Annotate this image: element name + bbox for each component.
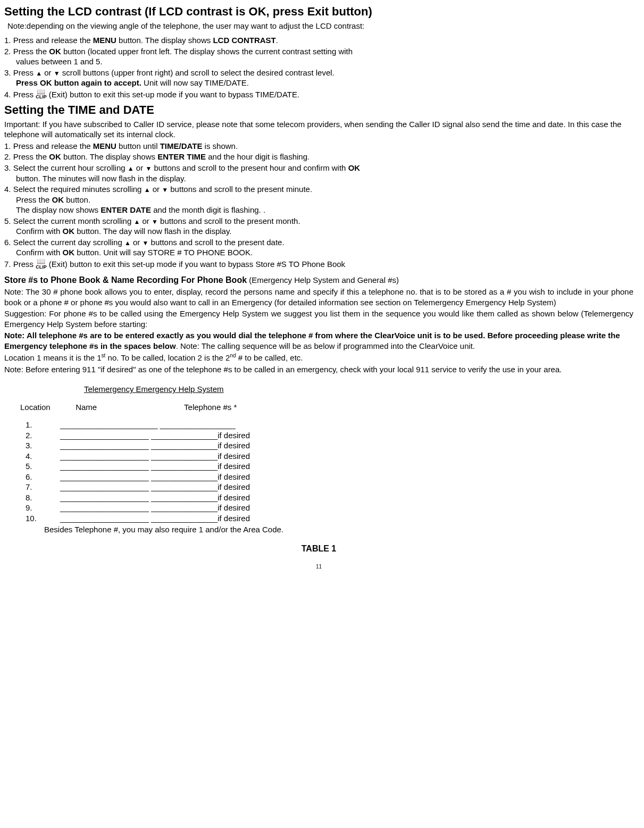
text-fragment: 3. Select the current hour scrolling bbox=[4, 163, 128, 172]
page-number: 11 bbox=[4, 563, 633, 570]
table-title: Telemergency Emergency Help System bbox=[84, 384, 224, 395]
row-number: 2. bbox=[26, 430, 60, 441]
text-fragment: buttons and scroll to the present month. bbox=[158, 216, 300, 225]
section-heading: Setting the LCD contrast (If LCD contras… bbox=[4, 4, 633, 20]
superscript: nd bbox=[230, 353, 236, 358]
text-fragment: Confirm with bbox=[16, 248, 63, 257]
text-fragment: 2. Press the bbox=[4, 47, 49, 56]
text-fragment: no. To be called, location 2 is the 2 bbox=[105, 353, 230, 362]
table-row: 4.____________________ _______________if… bbox=[26, 451, 633, 462]
row-number: 4. bbox=[26, 451, 60, 462]
text-fragment: and the hour digit is flashing. bbox=[206, 152, 310, 161]
text-fragment: button. The display shows bbox=[61, 152, 158, 161]
clip-exit-icon: 📖CLIP bbox=[36, 258, 47, 270]
row-number: 5. bbox=[26, 461, 60, 472]
text-bold: MENU bbox=[93, 141, 116, 150]
triangle-down-icon: ▼ bbox=[54, 70, 60, 77]
row-content: ____________________ _______________if d… bbox=[60, 462, 250, 471]
text-fragment: 6. Select the current day scrolling bbox=[4, 238, 124, 247]
list-item: 2. Press the OK button (located upper fr… bbox=[4, 46, 633, 67]
paragraph-text: Note: The 30 # phone book allows you to … bbox=[4, 287, 633, 307]
text-fragment: is shown. bbox=[202, 141, 238, 150]
section-heading: Setting the TIME and DATE bbox=[4, 103, 633, 118]
note-text: Note:depending on the viewing angle of t… bbox=[7, 21, 633, 31]
triangle-down-icon: ▼ bbox=[152, 218, 158, 225]
text-bold: Book bbox=[225, 275, 247, 285]
text-fragment: 4. Select the required minutes scrolling bbox=[4, 185, 144, 194]
text-fragment: # to be called, etc. bbox=[236, 353, 303, 362]
row-content: ____________________ _______________if d… bbox=[60, 493, 250, 502]
table-row: 6.____________________ _______________if… bbox=[26, 472, 633, 482]
row-number: 9. bbox=[26, 503, 60, 513]
text-fragment: (Exit) button to exit this set-up mode i… bbox=[47, 90, 299, 99]
list-item: 6. Select the current day scrolling ▲ or… bbox=[4, 237, 633, 258]
table-footnote: Besides Telephone #, you may also requir… bbox=[44, 524, 633, 535]
text-bold: Press OK button again to accept. bbox=[16, 78, 141, 87]
row-number: 3. bbox=[26, 440, 60, 451]
text-bold: TIME/DATE bbox=[160, 141, 203, 150]
row-content: ____________________ _______________if d… bbox=[60, 431, 250, 440]
table-body: 1.______________________ _______________… bbox=[26, 420, 633, 523]
triangle-down-icon: ▼ bbox=[143, 239, 149, 247]
text-fragment: (Emergency Help System and General #s) bbox=[247, 275, 399, 285]
triangle-up-icon: ▲ bbox=[128, 165, 134, 172]
triangle-down-icon: ▼ bbox=[145, 165, 152, 172]
text-fragment: buttons and scroll to the present date. bbox=[148, 238, 284, 247]
text-fragment: Unit will now say TIME/DATE. bbox=[141, 78, 249, 87]
text-bold: OK bbox=[348, 163, 361, 172]
clip-label: CLIP bbox=[36, 95, 47, 99]
text-fragment: or bbox=[150, 185, 162, 194]
triangle-up-icon: ▲ bbox=[133, 218, 140, 225]
row-number: 7. bbox=[26, 482, 60, 492]
row-number: 6. bbox=[26, 472, 60, 482]
text-fragment: button until bbox=[116, 141, 160, 150]
text-fragment: button. The day will now flash in the di… bbox=[74, 227, 231, 236]
list-item: 1. Press and release the MENU button unt… bbox=[4, 141, 633, 152]
text-fragment: The display now shows bbox=[16, 205, 101, 214]
lcd-steps: 1. Press and release the MENU button. Th… bbox=[4, 35, 633, 99]
text-fragment: 7. Press bbox=[4, 260, 36, 269]
paragraph-text: Important: If you have subscribed to Cal… bbox=[4, 119, 633, 140]
text-fragment: (Exit) button to exit this set-up mode i… bbox=[47, 260, 345, 269]
triangle-up-icon: ▲ bbox=[124, 239, 131, 247]
row-content: ____________________ _______________if d… bbox=[60, 514, 250, 523]
text-fragment: scroll buttons (upper front right) and s… bbox=[60, 68, 334, 77]
list-item: 4. Select the required minutes scrolling… bbox=[4, 184, 633, 215]
text-fragment: or bbox=[131, 238, 143, 247]
text-fragment: buttons and scroll to the present minute… bbox=[168, 185, 312, 194]
triangle-down-icon: ▼ bbox=[162, 186, 168, 194]
text-bold: LCD CONTRAST bbox=[213, 36, 275, 45]
row-number: 10. bbox=[26, 513, 60, 524]
text-fragment: or bbox=[134, 163, 146, 172]
table-row: 7.____________________ _______________if… bbox=[26, 482, 633, 492]
paragraph-text: Note: Before entering 911 "if desired" a… bbox=[4, 364, 633, 375]
text-bold: Store #s to Phone Book & Name Recording … bbox=[4, 275, 225, 285]
text-fragment: 1. Press and release the bbox=[4, 36, 93, 45]
text-bold: OK bbox=[49, 47, 61, 56]
text-fragment: Press the OK button. bbox=[16, 195, 633, 205]
text-fragment: button. bbox=[64, 195, 90, 204]
list-item: 3. Select the current hour scrolling ▲ o… bbox=[4, 163, 633, 183]
table-row: 5.____________________ _______________if… bbox=[26, 461, 633, 472]
text-fragment: and the month digit is flashing. . bbox=[151, 205, 265, 214]
list-item: 2. Press the OK button. The display show… bbox=[4, 152, 633, 162]
text-fragment: 3. Press bbox=[4, 68, 36, 77]
text-fragment: Press OK button again to accept. Unit wi… bbox=[16, 78, 633, 88]
list-item: 7. Press 📖CLIP (Exit) button to exit thi… bbox=[4, 258, 633, 270]
list-item: 4. Press 📖CLIP (Exit) button to exit thi… bbox=[4, 89, 633, 100]
column-header: Telephone #s * bbox=[184, 403, 237, 412]
text-fragment: The display now shows ENTER DATE and the… bbox=[16, 205, 633, 215]
table-row: 3.____________________ _______________if… bbox=[26, 440, 633, 451]
text-bold: ENTER DATE bbox=[101, 205, 151, 214]
section-heading: Store #s to Phone Book & Name Recording … bbox=[4, 275, 633, 286]
row-content: ____________________ _______________if d… bbox=[60, 441, 250, 450]
table-row: 2.____________________ _______________if… bbox=[26, 430, 633, 441]
text-fragment: 1. Press and release the bbox=[4, 141, 93, 150]
time-date-steps: 1. Press and release the MENU button unt… bbox=[4, 141, 633, 270]
table-row: 1.______________________ _______________… bbox=[26, 420, 633, 430]
list-item: 5. Select the current month scrolling ▲ … bbox=[4, 216, 633, 237]
triangle-up-icon: ▲ bbox=[144, 186, 150, 194]
text-fragment: Confirm with OK button. The day will now… bbox=[16, 226, 633, 237]
table-label: TABLE 1 bbox=[4, 543, 633, 555]
paragraph-text: Suggestion: For phone #s to be called us… bbox=[4, 308, 633, 329]
